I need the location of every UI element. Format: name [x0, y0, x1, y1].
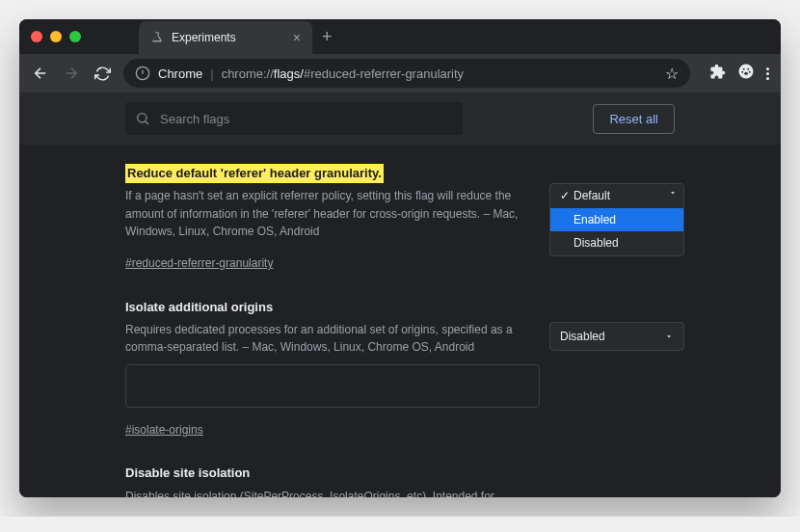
extensions-puzzle-icon[interactable]	[709, 64, 726, 84]
omnibox-url: chrome://flags/#reduced-referrer-granula…	[222, 66, 464, 81]
flask-icon	[150, 31, 164, 44]
svg-point-6	[744, 72, 748, 75]
svg-point-4	[741, 71, 743, 73]
browser-tab[interactable]: Experiments ×	[139, 21, 312, 54]
nav-forward-button[interactable]	[62, 64, 81, 83]
search-flags-box[interactable]	[125, 102, 463, 135]
titlebar: Experiments × +	[19, 19, 781, 54]
browser-window: Experiments × + Chrome | chrome://flags/…	[19, 19, 781, 497]
chevron-down-icon	[668, 188, 678, 198]
overflow-menu-button[interactable]	[766, 67, 769, 80]
omnibox-origin: Chrome	[158, 66, 202, 81]
tab-title: Experiments	[172, 31, 236, 44]
flag-title: Disable site isolation	[125, 464, 250, 483]
tab-close-button[interactable]: ×	[293, 31, 301, 44]
dropdown-option-default[interactable]: ✓Default	[550, 184, 683, 208]
window-close-button[interactable]	[31, 31, 42, 42]
svg-point-3	[747, 68, 749, 70]
omnibox[interactable]: Chrome | chrome://flags/#reduced-referre…	[123, 59, 690, 88]
svg-point-5	[749, 71, 751, 73]
window-minimize-button[interactable]	[50, 31, 62, 42]
flag-item: Isolate additional origins Requires dedi…	[125, 298, 675, 439]
flag-title: Reduce default 'referer' header granular…	[125, 164, 384, 183]
flags-list: Reduce default 'referer' header granular…	[19, 145, 781, 497]
window-maximize-button[interactable]	[69, 31, 81, 42]
flag-anchor-link[interactable]: #reduced-referrer-granularity	[125, 254, 273, 273]
svg-point-1	[739, 65, 754, 79]
new-tab-button[interactable]: +	[322, 27, 333, 47]
page-content: Reset all Reduce default 'referer' heade…	[19, 93, 781, 497]
browser-toolbar: Chrome | chrome://flags/#reduced-referre…	[19, 54, 781, 93]
reset-all-button[interactable]: Reset all	[593, 104, 675, 134]
svg-point-2	[743, 68, 745, 70]
flags-topbar: Reset all	[19, 93, 781, 145]
dropdown-option-enabled[interactable]: Enabled	[550, 208, 683, 232]
flag-dropdown-open[interactable]: ✓Default Enabled Disabled	[549, 183, 684, 256]
dropdown-option-disabled[interactable]: Disabled	[550, 231, 683, 255]
search-input[interactable]	[160, 112, 453, 126]
flag-description: Requires dedicated processes for an addi…	[125, 321, 540, 357]
flag-anchor-link[interactable]: #isolate-origins	[125, 421, 203, 439]
nav-reload-button[interactable]	[93, 64, 112, 83]
chevron-down-icon	[664, 332, 674, 341]
site-info-icon[interactable]	[135, 66, 150, 81]
svg-point-7	[138, 114, 147, 122]
window-traffic-lights	[31, 31, 81, 42]
nav-back-button[interactable]	[31, 64, 50, 83]
flag-select[interactable]: Disabled	[549, 322, 684, 352]
flag-title: Isolate additional origins	[125, 298, 273, 317]
flag-origins-input[interactable]	[125, 364, 540, 408]
bookmark-star-icon[interactable]: ☆	[665, 65, 679, 83]
flag-description: If a page hasn't set an explicit referre…	[125, 187, 540, 241]
flag-item: Reduce default 'referer' header granular…	[125, 164, 675, 273]
extension-icons	[709, 63, 769, 84]
extension-paw-icon[interactable]	[737, 63, 755, 84]
search-icon	[135, 111, 150, 126]
